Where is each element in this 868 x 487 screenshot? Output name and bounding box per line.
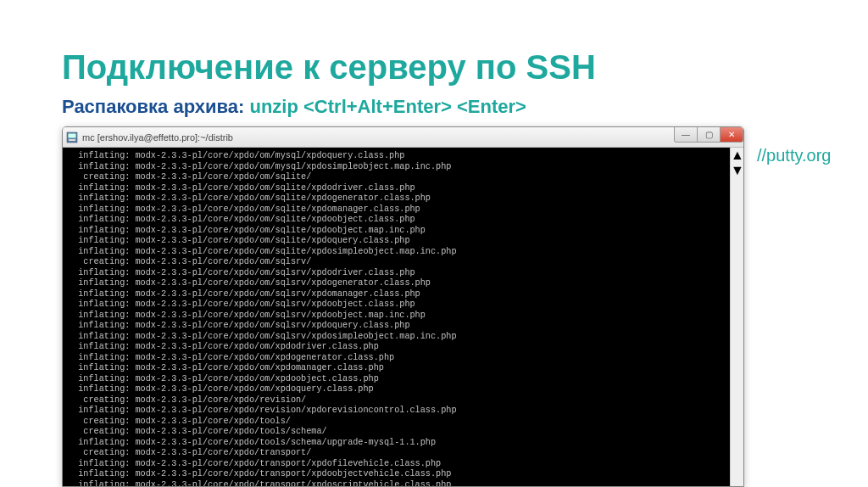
- scroll-up-button[interactable]: ▲: [731, 148, 743, 163]
- terminal-output[interactable]: inflating: modx-2.3.3-pl/core/xpdo/om/my…: [63, 148, 743, 486]
- window-titlebar[interactable]: mc [ershov.ilya@effetto.pro]:~/distrib —…: [63, 127, 743, 148]
- terminal-window: mc [ershov.ilya@effetto.pro]:~/distrib —…: [62, 126, 744, 487]
- subtitle: Распаковка архива: unzip <Ctrl+Alt+Enter…: [62, 96, 526, 118]
- putty-icon: [66, 132, 78, 143]
- page-title: Подключение к серверу по SSH: [62, 48, 596, 87]
- close-button[interactable]: ✕: [720, 127, 743, 143]
- scrollbar[interactable]: ▲ ▼: [730, 148, 743, 486]
- window-controls: — ▢ ✕: [675, 127, 743, 143]
- svg-rect-2: [69, 139, 75, 141]
- scroll-down-button[interactable]: ▼: [731, 163, 743, 178]
- svg-rect-1: [69, 133, 76, 137]
- putty-link[interactable]: //putty.org: [757, 146, 831, 165]
- subtitle-command: unzip <Ctrl+Alt+Enter> <Enter>: [249, 96, 526, 117]
- maximize-button[interactable]: ▢: [697, 127, 721, 143]
- minimize-button[interactable]: —: [674, 127, 698, 143]
- window-title: mc [ershov.ilya@effetto.pro]:~/distrib: [82, 132, 233, 143]
- subtitle-prefix: Распаковка архива:: [62, 96, 249, 117]
